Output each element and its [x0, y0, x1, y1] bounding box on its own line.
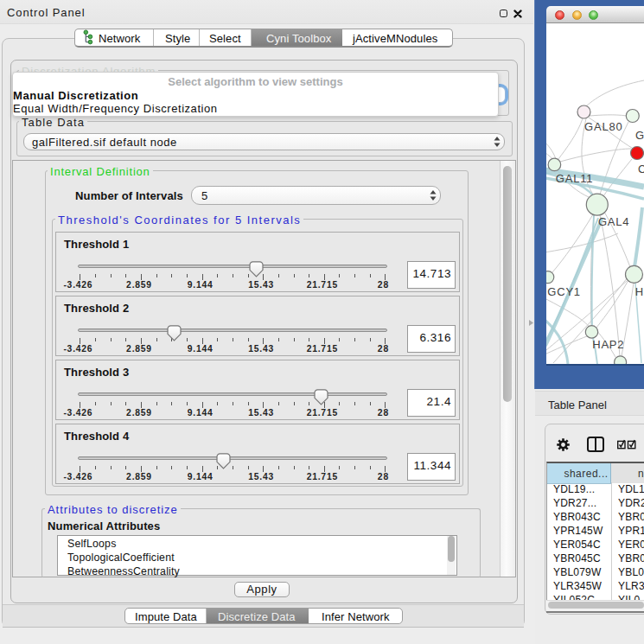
svg-text:GAL11: GAL11	[556, 172, 594, 185]
svg-text:GAL80: GAL80	[584, 120, 622, 133]
svg-text:C: C	[638, 163, 644, 175]
svg-text:H: H	[635, 285, 644, 298]
svg-text:HAP2: HAP2	[592, 338, 624, 351]
svg-text:GA: GA	[635, 129, 644, 142]
svg-text:GAL4: GAL4	[598, 215, 629, 228]
svg-text:GCY1: GCY1	[547, 285, 581, 298]
